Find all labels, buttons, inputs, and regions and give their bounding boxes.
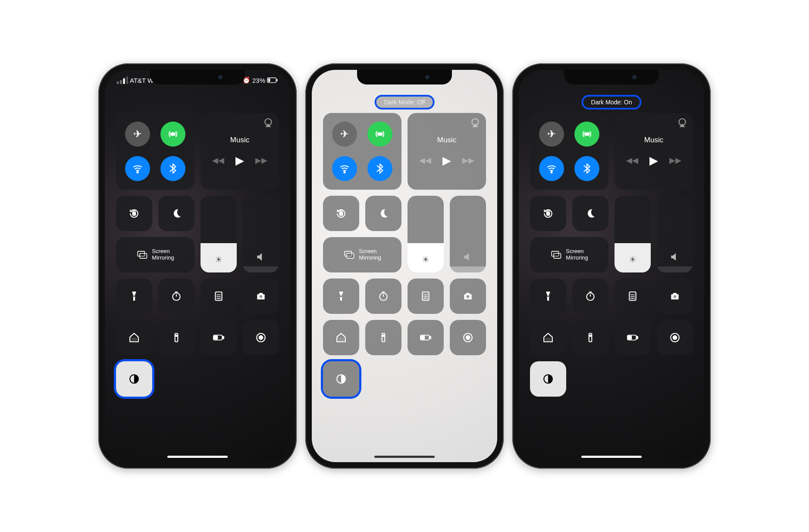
home-indicator[interactable]: [167, 456, 228, 458]
svg-point-41: [341, 296, 342, 297]
brightness-icon: ☀︎: [629, 254, 637, 265]
svg-point-24: [218, 298, 219, 299]
calculator-button[interactable]: [615, 279, 651, 314]
apple-tv-remote-button[interactable]: [572, 320, 608, 355]
home-button[interactable]: [530, 320, 566, 355]
camera-button[interactable]: [243, 279, 279, 314]
play-button[interactable]: ▶︎: [235, 154, 244, 167]
svg-point-19: [219, 294, 221, 295]
connectivity-group[interactable]: ✈︎: [530, 113, 608, 190]
svg-point-76: [633, 296, 635, 297]
brightness-slider[interactable]: ☀︎: [201, 196, 237, 272]
wifi-toggle[interactable]: [332, 156, 357, 181]
airplane-mode-toggle[interactable]: ✈︎: [539, 122, 564, 147]
svg-point-60: [466, 336, 470, 340]
cellular-data-toggle[interactable]: [367, 122, 392, 147]
connectivity-group[interactable]: ✈︎: [116, 113, 194, 190]
media-title: Music: [644, 136, 663, 144]
control-center[interactable]: ✈︎: [530, 113, 693, 397]
brightness-slider[interactable]: ☀︎: [408, 196, 444, 272]
forward-button[interactable]: ▶▶: [669, 156, 681, 165]
svg-rect-31: [214, 336, 217, 339]
do-not-disturb-toggle[interactable]: [365, 196, 401, 231]
timer-button[interactable]: [158, 279, 194, 314]
cellular-data-toggle[interactable]: [160, 122, 185, 147]
home-button[interactable]: [116, 320, 152, 355]
battery-pct: 23%: [252, 77, 265, 84]
svg-rect-13: [140, 253, 147, 258]
cellular-data-toggle[interactable]: [574, 122, 599, 147]
airplane-mode-toggle[interactable]: ✈︎: [332, 122, 357, 147]
screen-mirroring-button[interactable]: Screen Mirroring: [530, 237, 608, 272]
airplay-icon[interactable]: [677, 117, 688, 130]
low-power-mode-toggle[interactable]: [408, 320, 444, 355]
screen-mirroring-button[interactable]: Screen Mirroring: [116, 237, 194, 272]
svg-point-36: [344, 172, 345, 173]
dark-mode-toggle[interactable]: [116, 361, 152, 397]
dark-mode-toggle[interactable]: [323, 361, 359, 397]
svg-point-72: [632, 294, 633, 295]
do-not-disturb-toggle[interactable]: [572, 196, 608, 231]
screen-record-button[interactable]: [450, 320, 486, 355]
timer-button[interactable]: [365, 279, 401, 314]
bluetooth-toggle[interactable]: [160, 156, 185, 181]
orientation-lock-toggle[interactable]: [116, 196, 152, 231]
svg-rect-11: [133, 212, 136, 216]
control-center[interactable]: ✈︎: [323, 113, 486, 397]
home-indicator[interactable]: [581, 456, 642, 458]
bluetooth-toggle[interactable]: [367, 156, 392, 181]
flashlight-button[interactable]: [116, 279, 152, 314]
bluetooth-toggle[interactable]: [574, 156, 599, 181]
do-not-disturb-toggle[interactable]: [158, 196, 194, 231]
forward-button[interactable]: ▶▶: [462, 156, 474, 165]
orientation-lock-toggle[interactable]: [323, 196, 359, 231]
media-controls[interactable]: Music ◀◀ ▶︎ ▶▶: [201, 113, 279, 190]
dark-mode-toggle[interactable]: [530, 361, 566, 397]
calculator-button[interactable]: [408, 279, 444, 314]
rewind-button[interactable]: ◀◀: [212, 156, 224, 165]
flashlight-button[interactable]: [323, 279, 359, 314]
airplane-mode-toggle[interactable]: ✈︎: [125, 122, 150, 147]
media-controls[interactable]: Music ◀◀ ▶︎ ▶▶: [408, 113, 486, 190]
play-button[interactable]: ▶︎: [649, 154, 658, 167]
calculator-button[interactable]: [201, 279, 237, 314]
forward-button[interactable]: ▶▶: [255, 156, 267, 165]
airplay-icon[interactable]: [470, 117, 481, 130]
media-controls[interactable]: Music ◀◀ ▶︎ ▶▶: [615, 113, 693, 190]
iphone-device: Dark Mode: Off ✈︎: [305, 63, 504, 469]
low-power-mode-toggle[interactable]: [615, 320, 651, 355]
play-button[interactable]: ▶︎: [442, 154, 451, 167]
connectivity-group[interactable]: ✈︎: [323, 113, 401, 190]
apple-tv-remote-button[interactable]: [158, 320, 194, 355]
rewind-button[interactable]: ◀◀: [419, 156, 431, 165]
brightness-slider[interactable]: ☀︎: [615, 196, 651, 272]
svg-point-74: [630, 296, 632, 297]
volume-slider[interactable]: [657, 196, 693, 272]
camera-button[interactable]: [450, 279, 486, 314]
low-power-mode-toggle[interactable]: [201, 320, 237, 355]
screen-record-button[interactable]: [243, 320, 279, 355]
screen-record-button[interactable]: [657, 320, 693, 355]
flashlight-button[interactable]: [530, 279, 566, 314]
brightness-icon: ☀︎: [422, 254, 430, 265]
wifi-toggle[interactable]: [125, 156, 150, 181]
orientation-lock-toggle[interactable]: [530, 196, 566, 231]
volume-slider[interactable]: [450, 196, 486, 272]
wifi-toggle[interactable]: [539, 156, 564, 181]
camera-button[interactable]: [657, 279, 693, 314]
timer-button[interactable]: [572, 279, 608, 314]
airplay-icon[interactable]: [263, 117, 274, 130]
volume-slider[interactable]: [243, 196, 279, 272]
screen-mirroring-label: Screen Mirroring: [359, 248, 381, 261]
svg-point-55: [383, 335, 384, 336]
svg-point-44: [423, 294, 425, 295]
home-button[interactable]: [323, 320, 359, 355]
svg-point-45: [425, 294, 426, 295]
svg-rect-7: [268, 78, 270, 81]
svg-point-22: [219, 296, 221, 297]
screen-mirroring-button[interactable]: Screen Mirroring: [323, 237, 401, 272]
rewind-button[interactable]: ◀◀: [626, 156, 638, 165]
home-indicator[interactable]: [374, 456, 435, 458]
apple-tv-remote-button[interactable]: [365, 320, 401, 355]
control-center[interactable]: ✈︎: [116, 113, 279, 397]
